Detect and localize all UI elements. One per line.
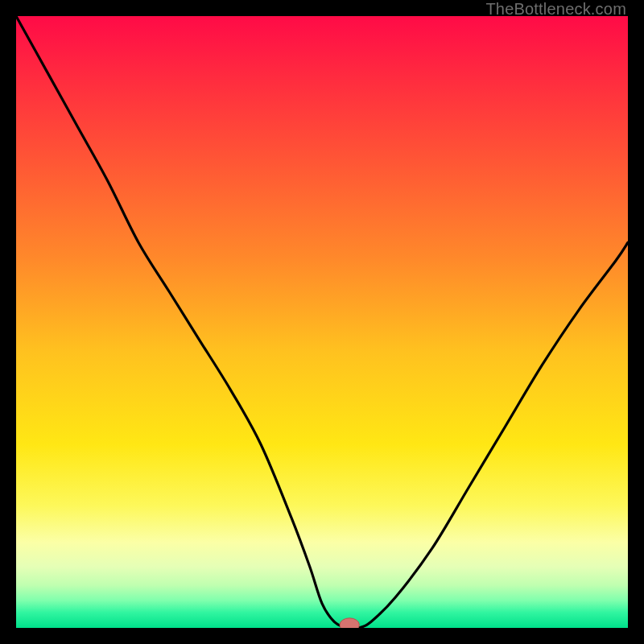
chart-frame: TheBottleneck.com bbox=[0, 0, 644, 644]
gradient-background bbox=[16, 16, 628, 628]
optimal-point-marker bbox=[340, 618, 359, 628]
chart-svg bbox=[16, 16, 628, 628]
plot-area bbox=[16, 16, 628, 628]
